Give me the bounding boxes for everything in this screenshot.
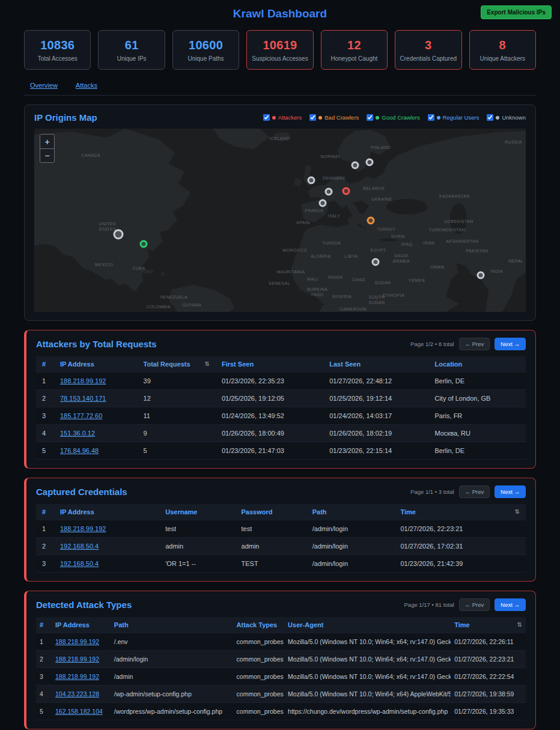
page-title: Krawl Dashboard bbox=[233, 7, 327, 20]
stats-row: 10836 Total Accesses 61 Unique IPs 10600… bbox=[0, 24, 560, 70]
sort-icon[interactable]: ⇅ bbox=[517, 621, 522, 628]
zoom-out-button[interactable]: − bbox=[40, 148, 54, 162]
cell-ip-address: 192.168.50.4 bbox=[54, 555, 159, 573]
ip-link[interactable]: 188.218.99.192 bbox=[55, 638, 99, 645]
map-marker-good-crawler[interactable] bbox=[139, 240, 147, 248]
prev-button[interactable]: ← Prev bbox=[459, 485, 490, 498]
column-header-path[interactable]: Path bbox=[306, 504, 395, 520]
tab-overview[interactable]: Overview bbox=[30, 82, 58, 89]
legend-item-bad-crawlers[interactable]: Bad Crawlers bbox=[309, 114, 359, 121]
table-cell: 5 bbox=[138, 442, 216, 460]
table-row: 3192.168.50.4'OR 1=1 --TEST/admin/login0… bbox=[36, 555, 526, 573]
map-marker-attacker[interactable] bbox=[342, 187, 350, 195]
ip-link[interactable]: 188.218.99.192 bbox=[55, 655, 99, 663]
map-marker-unknown[interactable] bbox=[324, 187, 332, 195]
table-cell: /admin bbox=[111, 668, 233, 686]
ip-link[interactable]: 192.168.50.4 bbox=[60, 543, 99, 550]
column-header-password[interactable]: Password bbox=[236, 504, 306, 520]
map-marker-unknown[interactable] bbox=[308, 177, 315, 184]
legend-checkbox[interactable] bbox=[487, 114, 493, 121]
attackers-pagination: Page 1/2 • 8 total ← Prev Next → bbox=[410, 338, 526, 350]
map-marker-unknown[interactable] bbox=[113, 229, 123, 239]
table-cell: 01/27/2026, 22:23:21 bbox=[394, 520, 526, 538]
legend-label: Attackers bbox=[278, 114, 302, 121]
world-map-tiles bbox=[34, 129, 526, 312]
legend-checkbox[interactable] bbox=[367, 114, 373, 121]
column-header-ip-address[interactable]: IP Address bbox=[54, 504, 159, 520]
tab-attacks[interactable]: Attacks bbox=[76, 82, 97, 89]
export-malicious-ips-button[interactable]: Export Malicious IPs bbox=[481, 5, 552, 19]
table-cell: 9 bbox=[138, 425, 216, 442]
cell-ip-address: 188.218.99.192 bbox=[52, 668, 111, 686]
legend-checkbox[interactable] bbox=[428, 114, 434, 121]
ip-link[interactable]: 151.36.0.12 bbox=[60, 430, 95, 437]
map-marker-unknown[interactable] bbox=[365, 159, 373, 166]
column-header-username[interactable]: Username bbox=[159, 504, 235, 520]
table-cell: 01/27/2026, 22:23:21 bbox=[451, 651, 526, 668]
map-marker-unknown[interactable] bbox=[371, 258, 379, 266]
map-marker-unknown[interactable] bbox=[476, 272, 484, 279]
ip-link[interactable]: 78.153.140.171 bbox=[60, 395, 106, 402]
ip-link[interactable]: 185.177.72.60 bbox=[60, 412, 102, 419]
legend-label: Unknown bbox=[502, 114, 526, 121]
legend-item-regular-users[interactable]: Regular Users bbox=[428, 114, 479, 121]
table-row: 3185.177.72.601101/24/2026, 13:49:5201/2… bbox=[36, 407, 526, 425]
column-header-first-seen[interactable]: First Seen bbox=[216, 356, 323, 373]
table-row: 2192.168.50.4adminadmin/admin/login01/27… bbox=[36, 538, 526, 555]
column-header-time[interactable]: Time⇅ bbox=[451, 617, 526, 633]
column-header-num[interactable]: # bbox=[36, 504, 54, 520]
table-cell: Mozilla/5.0 (Windows NT 10.0; Win64; x64… bbox=[284, 633, 451, 651]
legend-item-good-crawlers[interactable]: Good Crawlers bbox=[367, 114, 419, 121]
legend-checkbox[interactable] bbox=[263, 114, 270, 121]
table-cell: 4 bbox=[36, 425, 54, 442]
world-map[interactable]: + − CANADAICELANDRUSSIANORWAYFINLANDDENM… bbox=[34, 129, 526, 312]
ip-link[interactable]: 188.218.99.192 bbox=[60, 377, 106, 385]
ip-link[interactable]: 176.84.96.48 bbox=[60, 447, 99, 454]
table-cell: 01/26/2026, 18:02:19 bbox=[323, 425, 428, 442]
column-header-total-requests[interactable]: Total Requests⇅ bbox=[138, 356, 216, 373]
legend-checkbox[interactable] bbox=[309, 114, 316, 121]
next-button[interactable]: Next → bbox=[495, 485, 526, 498]
pagination-info: Page 1/2 • 8 total bbox=[410, 341, 454, 347]
zoom-in-button[interactable]: + bbox=[40, 135, 54, 148]
krawl-dashboard: Krawl Dashboard Export Malicious IPs 108… bbox=[0, 0, 560, 730]
ip-link[interactable]: 162.158.182.104 bbox=[55, 708, 103, 715]
column-header-location[interactable]: Location bbox=[428, 356, 526, 373]
prev-button[interactable]: ← Prev bbox=[459, 598, 490, 611]
prev-button[interactable]: ← Prev bbox=[459, 338, 490, 350]
column-header-num[interactable]: # bbox=[36, 356, 54, 373]
table-row: 1188.218.99.1923901/23/2026, 22:35:2301/… bbox=[36, 373, 526, 390]
ip-link[interactable]: 188.218.99.192 bbox=[55, 673, 99, 680]
ip-link[interactable]: 192.168.50.4 bbox=[60, 560, 99, 567]
map-marker-bad-crawler[interactable] bbox=[367, 217, 374, 225]
column-header-user-agent[interactable]: User-Agent bbox=[284, 617, 451, 633]
sort-icon[interactable]: ⇅ bbox=[205, 360, 210, 367]
column-header-ip-address[interactable]: IP Address bbox=[54, 356, 138, 373]
next-button[interactable]: Next → bbox=[495, 598, 526, 611]
attackers-panel: Attackers by Total Requests Page 1/2 • 8… bbox=[24, 330, 536, 469]
credentials-panel-header: Captured Credentials Page 1/1 • 3 total … bbox=[36, 485, 526, 498]
ip-link[interactable]: 104.23.223.128 bbox=[55, 690, 99, 698]
column-header-ip-address[interactable]: IP Address bbox=[52, 617, 111, 633]
ip-link[interactable]: 188.218.99.192 bbox=[60, 525, 106, 532]
column-header-path[interactable]: Path bbox=[111, 617, 233, 633]
legend-item-attackers[interactable]: Attackers bbox=[263, 114, 302, 121]
table-cell: 01/27/2026, 22:48:12 bbox=[323, 373, 428, 390]
table-cell: City of London, GB bbox=[428, 390, 526, 407]
next-button[interactable]: Next → bbox=[495, 338, 526, 350]
table-cell: common_probes bbox=[233, 633, 285, 651]
cell-ip-address: 176.84.96.48 bbox=[54, 442, 138, 460]
table-cell: Mozilla/5.0 (Windows NT 10.0; Win64; x64… bbox=[284, 686, 451, 703]
table-cell: common_probes bbox=[233, 668, 285, 686]
stat-card-suspicious-accesses: 10619 Suspicious Accesses bbox=[246, 30, 313, 70]
legend-item-unknown[interactable]: Unknown bbox=[487, 114, 526, 121]
column-header-attack-types[interactable]: Attack Types bbox=[233, 617, 285, 633]
table-cell: common_probes bbox=[233, 686, 285, 703]
column-header-last-seen[interactable]: Last Seen bbox=[323, 356, 428, 373]
sort-icon[interactable]: ⇅ bbox=[515, 508, 520, 515]
credentials-table: #IP AddressUsernamePasswordPathTime⇅1188… bbox=[36, 504, 526, 573]
column-header-time[interactable]: Time⇅ bbox=[394, 504, 526, 520]
map-marker-unknown[interactable] bbox=[352, 162, 359, 169]
column-header-num[interactable]: # bbox=[36, 617, 52, 633]
map-marker-unknown[interactable] bbox=[319, 199, 327, 207]
